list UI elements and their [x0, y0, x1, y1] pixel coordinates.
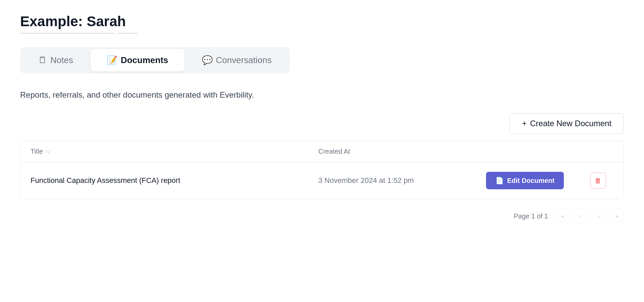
pagination-text: Page 1 of 1	[514, 212, 548, 220]
title-divider	[20, 33, 624, 34]
column-title-label: Title	[31, 148, 43, 155]
next-page-icon: ›	[598, 213, 600, 220]
pagination-prev-button[interactable]: ‹	[574, 209, 588, 223]
document-actions: 📄 Edit Document	[486, 172, 587, 189]
first-page-icon: «	[561, 213, 564, 220]
tab-notes-label: Notes	[50, 55, 73, 65]
edit-doc-icon: 📄	[495, 177, 504, 185]
trash-icon: 🗑	[595, 177, 601, 185]
tab-conversations-label: Conversations	[216, 55, 272, 65]
divider-long	[20, 33, 114, 34]
documents-description: Reports, referrals, and other documents …	[20, 90, 624, 100]
pagination-last-button[interactable]: »	[610, 209, 624, 223]
plus-icon: +	[522, 119, 527, 128]
document-title: Functional Capacity Assessment (FCA) rep…	[31, 176, 318, 185]
actions-row: + Create New Document	[20, 113, 624, 134]
create-new-label: Create New Document	[530, 119, 611, 128]
column-delete	[587, 148, 613, 155]
sort-icon[interactable]: ↑↓	[45, 149, 50, 155]
tab-conversations[interactable]: 💬 Conversations	[186, 49, 288, 71]
tab-notes[interactable]: 🗒 Notes	[22, 49, 89, 71]
column-actions	[486, 148, 587, 155]
documents-table: Title ↑↓ Created At Functional Capacity …	[20, 141, 624, 199]
notes-icon: 🗒	[38, 55, 47, 65]
prev-page-icon: ‹	[580, 213, 582, 220]
pagination: Page 1 of 1 « ‹ › »	[20, 209, 624, 223]
table-row: Functional Capacity Assessment (FCA) rep…	[20, 162, 624, 199]
last-page-icon: »	[615, 213, 619, 220]
tabs-container: 🗒 Notes 📝 Documents 💬 Conversations	[20, 47, 290, 73]
pagination-next-button[interactable]: ›	[592, 209, 606, 223]
tab-documents-label: Documents	[121, 55, 168, 65]
table-header: Title ↑↓ Created At	[20, 141, 624, 162]
column-title: Title ↑↓	[31, 148, 318, 155]
conversations-icon: 💬	[202, 55, 213, 65]
documents-icon: 📝	[107, 55, 117, 65]
divider-short	[117, 33, 138, 34]
document-delete-cell: 🗑	[587, 172, 613, 189]
document-created-at: 3 November 2024 at 1:52 pm	[318, 176, 486, 185]
column-created-at-label: Created At	[318, 148, 350, 155]
delete-document-button[interactable]: 🗑	[590, 172, 606, 189]
edit-doc-label: Edit Document	[507, 177, 554, 185]
edit-document-button[interactable]: 📄 Edit Document	[486, 172, 564, 189]
create-new-document-button[interactable]: + Create New Document	[509, 113, 624, 134]
page-title: Example: Sarah	[20, 13, 624, 30]
tab-documents[interactable]: 📝 Documents	[91, 49, 184, 71]
pagination-first-button[interactable]: «	[555, 209, 570, 223]
column-created-at: Created At	[318, 148, 486, 155]
